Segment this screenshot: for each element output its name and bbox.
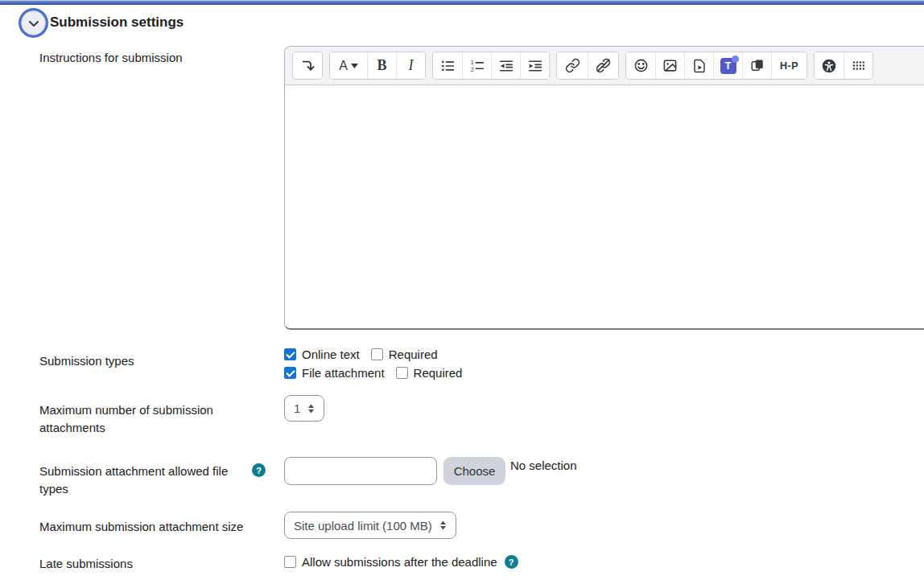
collapse-toolbar-button[interactable]	[293, 52, 322, 79]
svg-text:2: 2	[470, 65, 473, 72]
late-submissions-label: Late submissions	[39, 555, 265, 573]
toolbar-group-links	[556, 51, 619, 80]
max-attachments-value: 1	[294, 401, 300, 415]
font-style-label: A	[339, 59, 348, 73]
toolbar-group-media: T H-P	[625, 51, 807, 80]
image-button[interactable]	[655, 52, 684, 79]
bullet-list-button[interactable]	[433, 52, 462, 79]
section-collapse-toggle[interactable]	[21, 10, 46, 35]
submission-settings-form: Submission settings Instructions for sub…	[0, 0, 924, 580]
toolbar-group-collapse	[292, 51, 323, 80]
ordered-list-button[interactable]: 12	[462, 52, 491, 79]
indent-button[interactable]	[520, 52, 549, 79]
accessibility-icon	[821, 58, 837, 74]
max-size-label: Maximum submission attachment size	[39, 518, 281, 536]
unlink-button[interactable]	[588, 52, 618, 79]
chevron-down-icon	[28, 16, 39, 31]
outdent-button[interactable]	[491, 52, 520, 79]
copy-embed-button[interactable]	[742, 52, 771, 79]
teams-icon: T	[720, 58, 736, 74]
h5p-button[interactable]: H-P	[771, 52, 806, 79]
select-arrows-icon	[439, 520, 447, 530]
image-icon	[662, 58, 678, 73]
bold-button[interactable]: B	[367, 52, 396, 79]
dot-grid-icon	[851, 58, 866, 73]
allowed-file-types-help-icon[interactable]: ?	[252, 463, 266, 477]
choose-button[interactable]: Choose	[443, 457, 505, 485]
toolbar-group-accessibility	[814, 51, 873, 80]
file-attachment-required-checkbox[interactable]	[396, 367, 408, 379]
media-file-icon	[692, 59, 707, 73]
copy-icon	[750, 59, 765, 73]
editor-content-area[interactable]	[285, 85, 924, 330]
toolbar-group-format: A B I	[329, 51, 426, 80]
file-types-selection-status: No selection	[510, 459, 577, 472]
rich-text-editor: A B I 12	[284, 46, 924, 330]
allowed-file-types-input[interactable]	[284, 457, 437, 485]
submission-type-row: File attachment Required	[284, 366, 462, 380]
file-attachment-required-label: Required	[414, 366, 463, 380]
link-button[interactable]	[557, 52, 588, 79]
accessibility-checker-button[interactable]	[815, 52, 844, 79]
font-style-button[interactable]: A	[330, 52, 367, 79]
online-text-label: Online text	[302, 348, 360, 361]
toolbar-group-lists: 12	[432, 51, 550, 80]
outdent-icon	[499, 59, 514, 73]
indent-icon	[528, 59, 542, 73]
online-text-required-label: Required	[389, 348, 438, 361]
screenreader-helper-button[interactable]	[844, 52, 872, 79]
teams-button[interactable]: T	[713, 52, 742, 79]
media-button[interactable]	[684, 52, 713, 79]
italic-button[interactable]: I	[396, 52, 425, 79]
emoji-icon	[633, 58, 649, 73]
online-text-checkbox[interactable]	[284, 348, 296, 360]
max-attachments-label: Maximum number of submission attachments	[39, 401, 269, 437]
editor-toolbar: A B I 12	[285, 47, 924, 85]
link-icon	[565, 58, 580, 73]
top-accent-bar	[0, 0, 924, 5]
late-submissions-help-icon[interactable]: ?	[505, 555, 518, 569]
file-attachment-label: File attachment	[302, 366, 385, 380]
unlink-icon	[596, 58, 611, 73]
late-submissions-row: Allow submissions after the deadline ?	[284, 555, 518, 569]
allowed-file-types-label: Submission attachment allowed file types	[39, 463, 241, 498]
allow-late-submissions-label: Allow submissions after the deadline	[302, 555, 497, 569]
bullet-list-icon	[440, 59, 455, 73]
submission-type-row: Online text Required	[284, 348, 438, 361]
ordered-list-icon: 12	[470, 59, 485, 73]
max-size-select[interactable]: Site upload limit (100 MB)	[284, 512, 456, 539]
max-size-value: Site upload limit (100 MB)	[294, 519, 432, 533]
section-title: Submission settings	[50, 14, 184, 31]
online-text-required-checkbox[interactable]	[371, 348, 383, 360]
submission-types-label: Submission types	[39, 352, 265, 370]
allow-late-submissions-checkbox[interactable]	[284, 556, 296, 568]
h5p-icon: H-P	[780, 60, 798, 72]
collapse-arrow-icon	[300, 59, 315, 73]
max-attachments-select[interactable]: 1	[284, 395, 324, 422]
emoji-button[interactable]	[626, 52, 655, 79]
select-arrows-icon	[307, 404, 315, 413]
caret-down-icon	[351, 64, 358, 68]
file-attachment-checkbox[interactable]	[284, 367, 296, 379]
instructions-label: Instructions for submission	[39, 49, 265, 67]
